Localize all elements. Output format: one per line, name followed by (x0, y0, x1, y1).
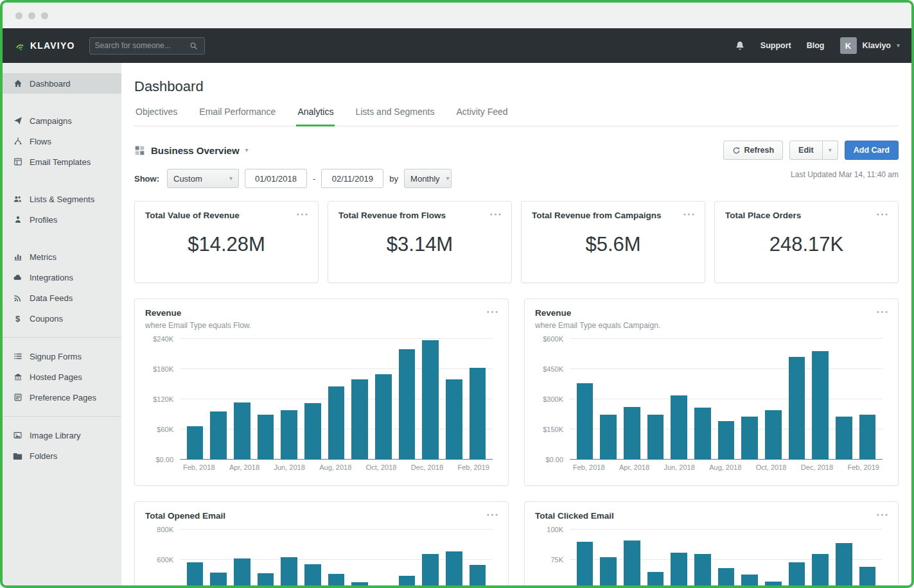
y-tick-label: $150K (543, 426, 563, 433)
search-input[interactable] (95, 41, 188, 50)
refresh-icon (732, 146, 741, 155)
account-menu[interactable]: K Klaviyo ▾ (840, 37, 901, 54)
y-tick-label: 600K (157, 556, 173, 564)
x-tick-label: Oct, 2018 (366, 463, 397, 471)
sidebar-item-folders[interactable]: Folders (3, 445, 121, 466)
bar (671, 395, 687, 460)
sidebar-item-email-templates[interactable]: Email Templates (3, 151, 121, 172)
card-menu-button[interactable] (683, 211, 694, 218)
card-menu-button[interactable] (877, 308, 888, 316)
sidebar-item-label: Image Library (30, 431, 80, 440)
sidebar-item-lists-segments[interactable]: Lists & Segments (3, 189, 121, 209)
blog-link[interactable]: Blog (807, 41, 825, 50)
window-control-dot[interactable] (15, 12, 22, 19)
edit-button[interactable]: Edit (789, 141, 823, 160)
stat-card-value: 248.17K (725, 233, 888, 256)
bank-icon (12, 372, 23, 381)
bar (624, 540, 640, 585)
board-actions: Refresh Edit ▾ Add Card (723, 141, 899, 160)
revenue-flow-bar-chart: $0.00$60K$120K$180K$240KFeb, 2018Apr, 20… (145, 339, 498, 475)
main-content: Dashboard Objectives Email Performance A… (121, 63, 911, 585)
bar (694, 554, 711, 585)
sidebar-item-signup-forms[interactable]: Signup Forms (3, 346, 121, 367)
tab-activity-feed[interactable]: Activity Feed (455, 107, 509, 126)
sidebar-item-metrics[interactable]: Metrics (3, 246, 121, 267)
y-tick-label: 100K (547, 526, 563, 533)
chart-card-revenue-campaign: Revenue where Email Type equals Campaign… (524, 298, 899, 486)
stat-card-value: $3.14M (338, 233, 501, 256)
person-icon (12, 215, 23, 224)
tab-lists-and-segments[interactable]: Lists and Segments (354, 107, 435, 126)
revenue-campaign-bar-chart: $0.00$150K$300K$450K$600KFeb, 2018Apr, 2… (535, 339, 888, 475)
bar-chart-icon (12, 252, 23, 261)
sidebar-item-flows[interactable]: Flows (3, 131, 121, 151)
bar (446, 379, 462, 460)
bar (765, 410, 782, 460)
date-range-select[interactable]: Custom ▾ (167, 169, 239, 188)
end-date-input[interactable] (321, 169, 383, 188)
home-icon (12, 79, 23, 88)
y-tick-label: $60K (157, 426, 173, 433)
klaviyo-brand[interactable]: KLAVIYO (14, 37, 75, 55)
card-menu-button[interactable] (490, 211, 501, 218)
klaviyo-logo-icon (14, 37, 25, 55)
sidebar: Dashboard Campaigns Flows Email Template… (3, 63, 121, 585)
edit-dropdown-button[interactable]: ▾ (823, 141, 838, 160)
y-tick-label: $0.00 (545, 456, 563, 463)
sidebar-item-profiles[interactable]: Profiles (3, 209, 121, 230)
sidebar-item-coupons[interactable]: $ Coupons (3, 308, 121, 329)
chart-subtitle: where Email Type equals Campaign. (535, 321, 660, 330)
bar (187, 426, 204, 460)
bar (281, 557, 297, 585)
card-menu-button[interactable] (877, 511, 888, 519)
stat-card-title: Total Place Orders (725, 211, 801, 220)
sidebar-item-hosted-pages[interactable]: Hosted Pages (3, 367, 121, 387)
sidebar-item-data-feeds[interactable]: Data Feeds (3, 288, 121, 308)
refresh-button[interactable]: Refresh (723, 141, 784, 160)
bar (304, 564, 321, 585)
bar (210, 411, 227, 460)
browser-window: KLAVIYO Support Blog K Klaviyo ▾ Dashboa… (0, 0, 914, 588)
bar (718, 421, 735, 460)
x-tick-label: Apr, 2018 (229, 463, 259, 471)
bar (258, 415, 274, 460)
sidebar-item-dashboard[interactable]: Dashboard (3, 73, 121, 94)
sidebar-divider (3, 337, 121, 338)
stat-card-title: Total Revenue from Campaigns (532, 211, 662, 220)
sidebar-item-integrations[interactable]: Integrations (3, 267, 121, 288)
tab-objectives[interactable]: Objectives (134, 107, 179, 126)
add-card-button[interactable]: Add Card (845, 141, 899, 160)
show-label: Show: (134, 174, 159, 184)
search-icon[interactable] (188, 42, 199, 50)
bar (741, 417, 758, 460)
start-date-input[interactable] (245, 169, 307, 188)
card-menu-button[interactable] (297, 211, 308, 218)
card-menu-button[interactable] (877, 211, 888, 218)
board-selector[interactable]: Business Overview ▾ (134, 145, 249, 156)
card-menu-button[interactable] (487, 308, 498, 316)
by-label: by (389, 174, 398, 184)
sidebar-item-label: Preference Pages (30, 393, 96, 402)
board-title: Business Overview (151, 145, 240, 156)
window-control-dot[interactable] (28, 12, 35, 19)
window-control-dot[interactable] (41, 12, 48, 19)
bar (812, 351, 829, 460)
folder-icon (12, 452, 23, 460)
bar (647, 572, 664, 585)
sidebar-divider (3, 416, 121, 417)
tab-email-performance[interactable]: Email Performance (198, 107, 277, 126)
notifications-bell-icon[interactable] (735, 40, 745, 51)
sidebar-item-campaigns[interactable]: Campaigns (3, 110, 121, 131)
interval-select[interactable]: Monthly ▾ (404, 169, 452, 188)
chart-card-total-clicked-email: Total Clicked Email 025K50K75K100KFeb, 2… (524, 501, 899, 585)
bar (234, 402, 250, 460)
chart-subtitle: where Email Type equals Flow. (145, 321, 251, 330)
card-menu-button[interactable] (487, 511, 498, 519)
grid-icon (134, 145, 145, 156)
support-link[interactable]: Support (760, 41, 791, 50)
stat-card-total-value-of-revenue: Total Value of Revenue $14.28M (134, 201, 319, 283)
people-icon (12, 195, 23, 203)
tab-analytics[interactable]: Analytics (296, 107, 335, 126)
sidebar-item-image-library[interactable]: Image Library (3, 425, 121, 445)
sidebar-item-preference-pages[interactable]: Preference Pages (3, 387, 121, 408)
